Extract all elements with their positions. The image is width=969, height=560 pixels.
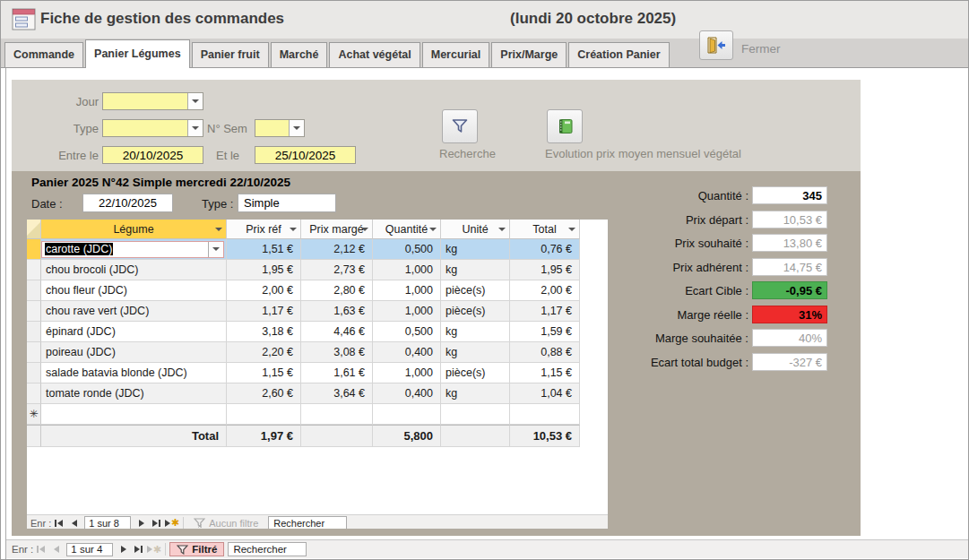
new-record-selector[interactable]: ✳ [27, 404, 41, 425]
prix-ref-cell[interactable]: 1,95 € [227, 260, 301, 280]
row-selector[interactable] [27, 301, 41, 322]
legume-cell[interactable]: chou brocoli (JDC) [41, 260, 227, 280]
sort-dropdown-icon[interactable] [215, 228, 222, 231]
legume-cell[interactable]: carotte (JDC) [41, 239, 227, 260]
prix-marge-cell[interactable] [301, 404, 373, 425]
record-position-box[interactable]: 1 sur 4 [66, 543, 113, 556]
prix-ref-cell[interactable]: 1,15 € [227, 363, 301, 383]
prix-ref-cell[interactable]: 1,51 € [227, 239, 301, 260]
prix-marge-cell[interactable]: 1,63 € [301, 301, 373, 322]
panier-type-field[interactable]: Simple [238, 194, 336, 212]
legume-cell[interactable]: salade batavia blonde (JDC) [41, 363, 227, 383]
prix-marge-cell[interactable]: 2,80 € [301, 280, 373, 301]
total-cell[interactable]: 0,76 € [510, 239, 580, 260]
sort-dropdown-icon[interactable] [498, 228, 506, 231]
nsem-dropdown-icon[interactable] [289, 120, 304, 136]
tab-panier-fruit[interactable]: Panier fruit [192, 42, 269, 67]
prix-ref-cell[interactable] [227, 404, 301, 425]
close-form-button[interactable] [699, 30, 733, 60]
tab-prix-marge[interactable]: Prix/Marge [491, 42, 567, 67]
previous-record-button[interactable] [48, 543, 64, 556]
quantite-cell[interactable] [373, 404, 441, 425]
new-record-button[interactable]: ✱ [146, 543, 161, 556]
legume-cell[interactable]: tomate ronde (JDC) [41, 383, 227, 404]
total-cell[interactable]: 1,59 € [510, 322, 580, 342]
previous-record-button[interactable] [66, 517, 82, 530]
unite-cell[interactable]: kg [441, 239, 510, 260]
next-record-button[interactable] [116, 543, 131, 556]
first-record-button[interactable] [33, 543, 48, 556]
last-record-button[interactable] [131, 543, 146, 556]
total-cell[interactable] [510, 404, 580, 425]
prix-marge-cell[interactable]: 3,08 € [301, 342, 373, 363]
quantite-cell[interactable]: 0,400 [373, 342, 441, 363]
tab-panier-legumes[interactable]: Panier Légumes [85, 39, 190, 68]
prix-marge-cell[interactable]: 2,73 € [301, 260, 373, 280]
total-cell[interactable]: 1,04 € [510, 383, 580, 404]
subform-search-input[interactable]: Rechercher [268, 516, 347, 530]
row-selector[interactable] [27, 280, 41, 301]
search-button[interactable] [442, 109, 478, 143]
unite-cell[interactable]: pièce(s) [441, 363, 510, 383]
datasheet-corner-cell[interactable] [27, 220, 41, 239]
row-selector[interactable] [27, 239, 41, 260]
quantite-field[interactable]: 345 [752, 186, 827, 204]
unite-cell[interactable]: kg [441, 322, 510, 342]
sort-dropdown-icon[interactable] [429, 228, 437, 231]
row-selector[interactable] [27, 260, 41, 280]
column-header-prix-ref[interactable]: Prix réf [227, 220, 301, 239]
legume-cell[interactable] [41, 404, 227, 425]
unite-cell[interactable]: kg [441, 260, 510, 280]
legume-cell[interactable]: épinard (JDC) [41, 322, 227, 342]
column-header-prix-marge[interactable]: Prix margé [301, 220, 373, 239]
legume-combobox[interactable]: carotte (JDC) [41, 241, 224, 258]
column-header-legume[interactable]: Légume [41, 220, 227, 239]
prix-ref-cell[interactable]: 3,18 € [227, 322, 301, 342]
legume-cell[interactable]: chou fleur (JDC) [41, 280, 227, 301]
quantite-cell[interactable]: 1,000 [373, 280, 441, 301]
unite-cell[interactable]: kg [441, 342, 510, 363]
record-position-box[interactable]: 1 sur 8 [84, 516, 131, 530]
next-record-button[interactable] [134, 517, 149, 530]
sort-dropdown-icon[interactable] [290, 228, 297, 231]
total-cell[interactable]: 1,95 € [510, 260, 580, 280]
evolution-button[interactable] [547, 109, 583, 143]
quantite-cell[interactable]: 0,500 [373, 322, 441, 342]
nsem-combobox[interactable] [255, 119, 305, 137]
tab-mercurial[interactable]: Mercurial [422, 42, 490, 67]
prix-ref-cell[interactable]: 2,20 € [227, 342, 301, 363]
total-cell[interactable]: 1,17 € [510, 301, 580, 322]
column-header-quantite[interactable]: Quantité [373, 220, 441, 239]
first-record-button[interactable] [51, 517, 66, 530]
row-selector[interactable] [27, 363, 41, 383]
prix-marge-cell[interactable]: 3,64 € [301, 383, 373, 404]
row-selector[interactable] [27, 342, 41, 363]
unite-cell[interactable]: pièce(s) [441, 280, 510, 301]
type-dropdown-icon[interactable] [187, 120, 203, 136]
unite-cell[interactable]: pièce(s) [441, 301, 510, 322]
tab-achat-vegetal[interactable]: Achat végétal [329, 42, 420, 67]
legume-cell[interactable]: poireau (JDC) [41, 342, 227, 363]
quantite-cell[interactable]: 1,000 [373, 260, 441, 280]
row-selector[interactable] [27, 322, 41, 342]
form-search-input[interactable]: Rechercher [228, 542, 307, 556]
jour-dropdown-icon[interactable] [187, 93, 203, 109]
total-cell[interactable]: 2,00 € [510, 280, 580, 301]
row-selector[interactable] [27, 383, 41, 404]
prix-marge-cell[interactable]: 1,61 € [301, 363, 373, 383]
prix-ref-cell[interactable]: 2,00 € [227, 280, 301, 301]
legume-cell[interactable]: chou rave vert (JDC) [41, 301, 227, 322]
sort-dropdown-icon[interactable] [361, 228, 368, 231]
prix-ref-cell[interactable]: 1,17 € [227, 301, 301, 322]
date-from-field[interactable]: 20/10/2025 [102, 146, 203, 164]
column-header-total[interactable]: Total [510, 220, 580, 239]
total-cell[interactable]: 0,88 € [510, 342, 580, 363]
new-record-button[interactable]: ✱ [164, 517, 179, 530]
total-cell[interactable]: 1,15 € [510, 363, 580, 383]
tab-commande[interactable]: Commande [4, 42, 83, 67]
tab-marche[interactable]: Marché [271, 42, 328, 67]
type-combobox[interactable] [102, 119, 203, 137]
column-header-unite[interactable]: Unité [441, 220, 510, 239]
date-to-field[interactable]: 25/10/2025 [255, 146, 356, 164]
tab-creation-panier[interactable]: Création Panier [568, 42, 669, 67]
